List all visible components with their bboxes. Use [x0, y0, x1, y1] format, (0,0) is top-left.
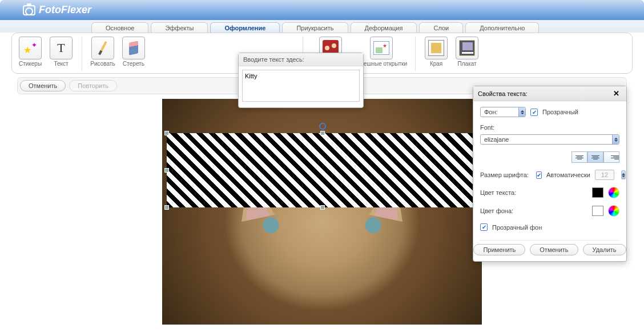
bg-color-swatch[interactable] [592, 206, 603, 216]
text-color-label: Цвет текста: [480, 189, 532, 196]
tab-advanced[interactable]: Дополнительно [465, 22, 539, 33]
tool-edges[interactable]: Края [424, 37, 449, 67]
transparent-checkbox[interactable] [530, 109, 538, 116]
align-left-button[interactable] [571, 151, 587, 163]
tool-draw[interactable]: Рисовать [90, 37, 115, 67]
app-header: FotoFlexer [0, 0, 644, 21]
font-size-field[interactable] [595, 170, 614, 180]
text-color-swatch[interactable] [592, 187, 603, 198]
text-properties-panel: Свойства текста: ✕ Фон: Прозрачный Font:… [473, 86, 627, 262]
eraser-icon [129, 41, 138, 55]
rotate-handle[interactable] [319, 123, 326, 130]
text-input-field[interactable] [242, 70, 360, 102]
tool-poster[interactable]: Плакат [454, 37, 480, 67]
poster-icon [459, 40, 475, 56]
sticker-icon: ★✦ [23, 41, 37, 55]
bg-dropdown[interactable]: Фон: [480, 107, 526, 117]
transparent-label: Прозрачный [542, 109, 578, 115]
transparent-bg-checkbox[interactable] [480, 223, 488, 231]
cancel-button[interactable]: Отменить [530, 244, 578, 255]
resize-handle-s[interactable] [320, 205, 325, 210]
close-icon[interactable]: ✕ [611, 89, 622, 98]
tab-basic[interactable]: Основное [91, 22, 148, 33]
camera-icon [23, 5, 35, 15]
undo-button[interactable]: Отменить [20, 80, 66, 91]
app-logo: FotoFlexer [23, 4, 91, 16]
bg-color-picker-icon[interactable] [608, 205, 619, 217]
transparent-bg-label: Прозрачный фон [492, 224, 542, 231]
tab-decorate[interactable]: Оформление [210, 22, 280, 33]
tab-layers[interactable]: Слои [419, 22, 463, 33]
text-selection-box[interactable] [167, 133, 478, 207]
align-center-button[interactable] [587, 151, 603, 163]
tool-stickers[interactable]: ★✦ Стикеры [18, 37, 43, 67]
delete-button[interactable]: Удалить [583, 244, 626, 255]
tab-distort[interactable]: Деформация [351, 22, 417, 33]
auto-size-checkbox[interactable] [536, 171, 542, 179]
text-input-popup: Вводите текст здесь: [238, 53, 364, 108]
pencil-icon [98, 41, 107, 55]
separator [415, 37, 416, 71]
bg-color-label: Цвет фона: [480, 207, 532, 214]
canvas[interactable]: Kitty ♥ [162, 99, 482, 325]
chevron-updown-icon [612, 135, 619, 144]
font-size-stepper[interactable] [621, 170, 626, 179]
font-label: Font: [480, 124, 619, 131]
edges-icon [428, 40, 444, 56]
align-right-button[interactable] [603, 151, 619, 163]
tab-beautify[interactable]: Приукрасить [282, 22, 348, 33]
redo-button: Повторить [69, 80, 117, 91]
tool-erase[interactable]: Стереть [121, 37, 146, 67]
text-icon: T [57, 41, 65, 55]
resize-handle-sw[interactable] [164, 205, 169, 210]
main-tabs: Основное Эффекты Оформление Приукрасить … [0, 20, 644, 33]
tab-effects[interactable]: Эффекты [151, 22, 208, 33]
resize-handle-w[interactable] [164, 168, 169, 173]
apply-button[interactable]: Применить [473, 244, 525, 255]
app-name: FotoFlexer [39, 4, 91, 16]
text-input-title: Вводите текст здесь: [239, 53, 363, 66]
text-color-picker-icon[interactable] [608, 187, 619, 198]
separator [82, 37, 82, 71]
resize-handle-nw[interactable] [164, 131, 169, 135]
auto-size-label: Автоматически [546, 171, 590, 178]
font-dropdown[interactable]: elizajane [480, 134, 619, 145]
resize-handle-n[interactable] [320, 131, 325, 135]
card-icon [373, 41, 389, 55]
panel-title: Свойства текста: [478, 90, 528, 97]
tool-text[interactable]: T Текст [49, 37, 74, 67]
font-size-label: Размер шрифта: [480, 171, 532, 178]
chevron-updown-icon [518, 107, 525, 117]
